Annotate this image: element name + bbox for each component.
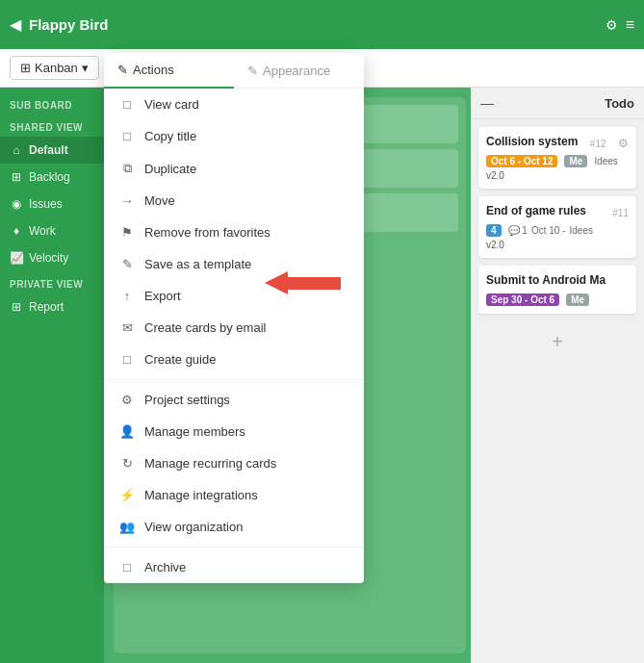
sidebar-item-label: Issues	[29, 197, 63, 211]
view-organization-label: View organization	[144, 520, 348, 534]
card-title: Collision system	[486, 135, 578, 148]
arrowhead-left-icon	[265, 271, 288, 294]
kanban-view-button[interactable]: ⊞ Kanban ▾	[10, 56, 99, 80]
menu-item-project-settings[interactable]: ⚙ Project settings	[104, 384, 364, 416]
category-tag: Idees	[594, 156, 617, 166]
date-tag: Oct 6 - Oct 12	[486, 155, 557, 167]
email-icon: ✉	[119, 320, 135, 335]
menu-item-remove-favorites[interactable]: ⚑ Remove from favorites	[104, 217, 364, 248]
sidebar-item-label: Report	[29, 300, 64, 314]
organization-icon: 👥	[119, 520, 135, 534]
add-card-button[interactable]: +	[478, 325, 636, 359]
priority-tag: 4	[486, 224, 502, 237]
duplicate-icon: ⧉	[119, 161, 135, 176]
menu-item-create-guide[interactable]: □ Create guide	[104, 344, 364, 375]
tab-actions[interactable]: ✎ Actions	[104, 53, 234, 89]
card-title: Submit to Android Ma	[486, 273, 605, 287]
duplicate-label: Duplicate	[144, 162, 348, 176]
menu-item-move[interactable]: → Move	[104, 185, 364, 217]
remove-favorites-label: Remove from favorites	[144, 225, 348, 240]
menu-item-view-organization[interactable]: 👥 View organization	[104, 511, 364, 543]
chevron-down-icon: ▾	[82, 61, 89, 75]
manage-members-label: Manage members	[144, 424, 348, 439]
card-version: v2.0	[486, 240, 629, 250]
template-icon: ✎	[119, 257, 135, 271]
menu-item-create-cards-email[interactable]: ✉ Create cards by email	[104, 312, 364, 344]
move-icon: →	[119, 193, 135, 208]
sub-boards-label: SUB BOARD	[0, 92, 104, 115]
table-row[interactable]: End of game rules #11 4 💬 1 Oct 10 - Ide…	[478, 196, 636, 258]
header-title: Flappy Bird	[29, 16, 598, 33]
divider	[104, 547, 364, 548]
tab-actions-label: Actions	[133, 63, 174, 77]
sidebar: SUB BOARD SHARED VIEW ⌂ Default ⊞ Backlo…	[0, 88, 104, 663]
manage-integrations-label: Manage integrations	[144, 488, 348, 502]
sidebar-item-label: Default	[29, 143, 68, 157]
menu-item-view-card[interactable]: □ View card	[104, 89, 364, 120]
member-tag: Me	[564, 155, 587, 167]
integrations-icon: ⚡	[119, 488, 135, 502]
actions-icon: ✎	[117, 63, 128, 77]
todo-column: — Todo Collision system #12 ⚙ Oct 6 - Oc…	[471, 88, 644, 663]
collapse-icon[interactable]: —	[480, 95, 494, 111]
guide-icon: □	[119, 352, 135, 367]
dropdown-tabs: ✎ Actions ✎ Appearance	[104, 53, 364, 89]
save-template-label: Save as a template	[144, 257, 348, 271]
context-menu: ✎ Actions ✎ Appearance □ View card □ Cop…	[104, 53, 364, 583]
menu-item-manage-recurring[interactable]: ↻ Manage recurring cards	[104, 447, 364, 479]
kanban-label: Kanban	[35, 61, 78, 75]
card-version: v2.0	[486, 170, 629, 181]
dropdown-items: □ View card □ Copy title ⧉ Duplicate → M…	[104, 89, 364, 583]
sidebar-item-report[interactable]: ⊞ Report	[0, 293, 104, 320]
sidebar-item-backlog[interactable]: ⊞ Backlog	[0, 164, 104, 191]
create-guide-label: Create guide	[144, 352, 348, 367]
red-arrow	[265, 271, 341, 294]
archive-icon: □	[119, 560, 135, 574]
sidebar-item-work[interactable]: ♦ Work	[0, 217, 104, 244]
category-tag: Idees	[569, 225, 592, 236]
menu-item-copy-title[interactable]: □ Copy title	[104, 120, 364, 152]
card-id: #11	[612, 208, 629, 218]
sidebar-item-issues[interactable]: ◉ Issues	[0, 191, 104, 217]
shared-views-label: SHARED VIEW	[0, 115, 104, 137]
recurring-icon: ↻	[119, 456, 135, 471]
work-icon: ♦	[10, 224, 23, 238]
menu-item-archive[interactable]: □ Archive	[104, 551, 364, 583]
column-title: Todo	[605, 96, 634, 111]
grid-icon: ⊞	[10, 170, 23, 184]
sidebar-item-label: Work	[29, 224, 56, 238]
card-title: End of game rules	[486, 204, 586, 217]
comment-badge: 💬 1	[508, 225, 528, 236]
move-label: Move	[144, 193, 348, 208]
sidebar-item-velocity[interactable]: 📈 Velocity	[0, 244, 104, 271]
kanban-icon: ⊞	[20, 61, 31, 75]
menu-icon[interactable]: ≡	[626, 16, 634, 34]
card-meta: 4 💬 1 Oct 10 - Idees	[486, 224, 629, 237]
divider	[104, 379, 364, 380]
manage-recurring-label: Manage recurring cards	[144, 456, 348, 471]
export-icon: ↑	[119, 289, 135, 303]
table-row[interactable]: Submit to Android Ma Sep 30 - Oct 6 Me	[478, 266, 636, 314]
project-settings-label: Project settings	[144, 393, 348, 407]
tab-appearance[interactable]: ✎ Appearance	[234, 53, 364, 88]
bookmark-icon: ⚑	[119, 225, 135, 240]
arrow-shaft	[288, 277, 341, 290]
date-text: Oct 10 -	[531, 225, 566, 236]
menu-item-duplicate[interactable]: ⧉ Duplicate	[104, 152, 364, 185]
member-tag: Me	[566, 293, 589, 306]
menu-item-manage-integrations[interactable]: ⚡ Manage integrations	[104, 479, 364, 511]
back-icon[interactable]: ◀	[10, 15, 21, 34]
settings-icon[interactable]: ⚙	[605, 17, 618, 33]
home-icon: ⌂	[10, 143, 23, 157]
velocity-icon: 📈	[10, 251, 23, 265]
table-row[interactable]: Collision system #12 ⚙ Oct 6 - Oct 12 Me…	[478, 127, 636, 189]
card-id: #12	[590, 139, 606, 149]
settings-icon[interactable]: ⚙	[618, 137, 629, 150]
copy-icon: □	[119, 129, 135, 143]
sidebar-item-default[interactable]: ⌂ Default	[0, 137, 104, 164]
create-cards-email-label: Create cards by email	[144, 320, 348, 335]
column-header: — Todo	[471, 88, 644, 119]
menu-item-manage-members[interactable]: 👤 Manage members	[104, 416, 364, 447]
settings-icon: ⚙	[119, 393, 135, 407]
card-meta: Oct 6 - Oct 12 Me Idees	[486, 155, 629, 167]
